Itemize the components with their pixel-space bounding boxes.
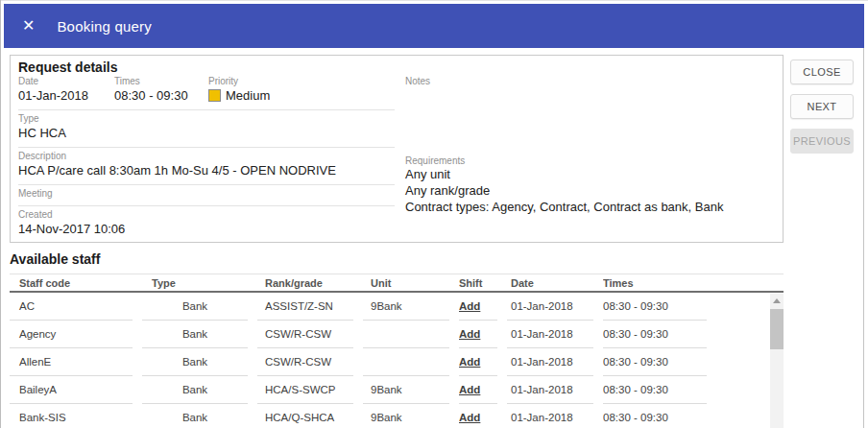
col-header-unit: Unit	[363, 274, 449, 292]
unit-cell	[363, 321, 449, 348]
available-staff-title: Available staff	[10, 251, 100, 267]
request-details-right-column: Notes Requirements Any unit Any rank/gra…	[405, 73, 782, 216]
date-label: Date	[18, 76, 114, 87]
date-cell: 01-Jan-2018	[507, 321, 593, 348]
times-cell: 08:30 - 09:30	[603, 348, 707, 376]
staff-code-cell: AC	[10, 293, 133, 321]
scrollbar-thumb[interactable]	[770, 309, 784, 349]
next-button[interactable]: NEXT	[790, 94, 854, 119]
priority-label: Priority	[208, 76, 270, 87]
times-cell: 08:30 - 09:30	[603, 293, 707, 321]
date-field: Date 01-Jan-2018	[18, 76, 114, 104]
table-row: Agency Bank CSW/R-CSW Add 01-Jan-2018 08…	[10, 321, 784, 348]
created-field: Created 14-Nov-2017 10:06	[18, 206, 395, 243]
staff-code-cell: Agency	[10, 321, 133, 348]
type-label: Type	[18, 113, 395, 125]
available-staff-table: Staff code Type Rank/grade Unit Shift Da…	[10, 273, 784, 428]
scroll-up-icon	[773, 298, 781, 303]
table-row: Bank-SIS Bank HCA/Q-SHCA 9Bank Add 01-Ja…	[10, 404, 784, 428]
unit-cell	[363, 348, 449, 376]
rank-grade-cell: HCA/Q-SHCA	[257, 404, 353, 428]
type-cell: Bank	[142, 348, 248, 376]
type-cell: Bank	[142, 404, 248, 428]
staff-code-cell: Bank-SIS	[10, 404, 133, 428]
times-cell: 08:30 - 09:30	[603, 376, 707, 404]
table-scrollbar[interactable]	[770, 294, 784, 428]
table-row: AllenE Bank CSW/R-CSW Add 01-Jan-2018 08…	[10, 348, 784, 376]
requirements-label: Requirements	[405, 155, 782, 167]
times-cell: 08:30 - 09:30	[603, 404, 707, 428]
col-header-date: Date	[507, 274, 593, 292]
created-value: 14-Nov-2017 10:06	[18, 221, 395, 237]
date-cell: 01-Jan-2018	[507, 293, 593, 321]
unit-cell: 9Bank	[363, 404, 449, 428]
rank-grade-cell: HCA/S-SWCP	[257, 376, 353, 404]
field-row-date-times-priority: Date 01-Jan-2018 Times 08:30 - 09:30 Pri…	[18, 73, 395, 110]
times-value: 08:30 - 09:30	[114, 87, 208, 104]
add-shift-link[interactable]: Add	[459, 412, 480, 423]
close-icon[interactable]: ✕	[22, 18, 35, 34]
priority-field: Priority Medium	[208, 76, 270, 104]
add-shift-link[interactable]: Add	[459, 328, 480, 340]
previous-button[interactable]: PREVIOUS	[790, 129, 854, 154]
date-value: 01-Jan-2018	[18, 87, 114, 104]
unit-cell: 9Bank	[363, 293, 449, 321]
requirements-field: Requirements Any unit Any rank/grade Con…	[405, 155, 782, 216]
description-value: HCA P/care call 8:30am 1h Mo-Su 4/5 - OP…	[18, 162, 395, 178]
dialog-titlebar: ✕ Booking query	[4, 4, 864, 48]
date-cell: 01-Jan-2018	[507, 348, 593, 376]
table-row: AC Bank ASSIST/Z-SN 9Bank Add 01-Jan-201…	[10, 293, 784, 321]
type-cell: Bank	[142, 376, 248, 404]
page-top-divider	[0, 0, 868, 1]
dialog-title: Booking query	[57, 18, 152, 35]
notes-field: Notes	[405, 73, 782, 155]
priority-medium-icon	[208, 89, 221, 102]
close-button[interactable]: CLOSE	[790, 59, 854, 84]
notes-label: Notes	[405, 76, 782, 87]
date-cell: 01-Jan-2018	[507, 404, 593, 428]
col-header-times: Times	[603, 274, 707, 292]
table-header-row: Staff code Type Rank/grade Unit Shift Da…	[10, 273, 784, 293]
add-shift-link[interactable]: Add	[459, 356, 480, 368]
col-header-type: Type	[142, 274, 248, 292]
col-header-rank-grade: Rank/grade	[257, 274, 353, 292]
meeting-field: Meeting	[18, 185, 395, 206]
times-label: Times	[114, 76, 208, 87]
requirement-line: Any unit	[405, 167, 782, 183]
description-label: Description	[18, 151, 395, 162]
page-left-border	[0, 0, 1, 428]
requirement-line: Any rank/grade	[405, 183, 782, 200]
col-header-shift: Shift	[459, 274, 497, 292]
col-header-staff-code: Staff code	[10, 274, 133, 292]
times-cell: 08:30 - 09:30	[603, 321, 707, 348]
date-cell: 01-Jan-2018	[507, 376, 593, 404]
rank-grade-cell: CSW/R-CSW	[257, 321, 353, 348]
type-cell: Bank	[142, 321, 248, 348]
scroll-up-button[interactable]	[770, 294, 784, 308]
add-shift-link[interactable]: Add	[459, 300, 480, 312]
action-buttons: CLOSE NEXT PREVIOUS	[790, 59, 857, 163]
staff-code-cell: BaileyA	[10, 376, 133, 404]
rank-grade-cell: ASSIST/Z-SN	[257, 293, 353, 321]
times-field: Times 08:30 - 09:30	[114, 76, 208, 104]
notes-value	[405, 87, 782, 104]
type-value: HC HCA	[18, 125, 395, 141]
dialog-right-border	[863, 48, 864, 428]
staff-code-cell: AllenE	[10, 348, 133, 376]
unit-cell: 9Bank	[363, 376, 449, 404]
booking-query-dialog: ✕ Booking query Request details Date 01-…	[4, 4, 864, 428]
requirement-line: Contract types: Agency, Contract, Contra…	[405, 200, 782, 216]
description-field: Description HCA P/care call 8:30am 1h Mo…	[18, 148, 395, 185]
type-field: Type HC HCA	[18, 110, 395, 148]
add-shift-link[interactable]: Add	[459, 384, 480, 395]
table-row: BaileyA Bank HCA/S-SWCP 9Bank Add 01-Jan…	[10, 376, 784, 404]
rank-grade-cell: CSW/R-CSW	[257, 348, 353, 376]
request-details-panel: Request details Date 01-Jan-2018 Times 0…	[10, 55, 784, 243]
priority-value: Medium	[226, 87, 270, 104]
meeting-label: Meeting	[18, 188, 395, 200]
type-cell: Bank	[142, 293, 248, 321]
request-details-left-column: Date 01-Jan-2018 Times 08:30 - 09:30 Pri…	[18, 73, 395, 243]
created-label: Created	[18, 209, 395, 221]
